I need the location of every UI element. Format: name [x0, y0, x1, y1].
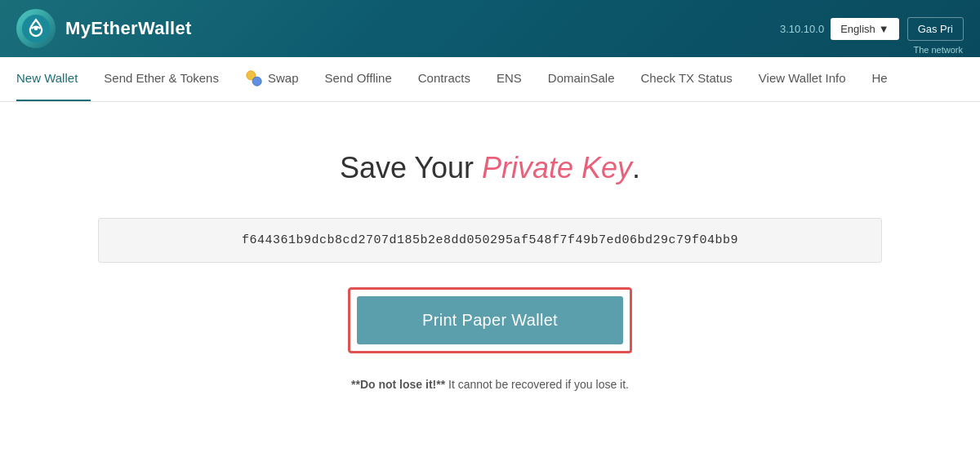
- private-key-display: f644361b9dcb8cd2707d185b2e8dd050295af548…: [98, 218, 882, 263]
- nav-item-domain-sale[interactable]: DomainSale: [535, 57, 628, 102]
- nav-item-contracts[interactable]: Contracts: [405, 57, 483, 102]
- app-title: MyEtherWallet: [65, 18, 192, 39]
- nav-label-contracts: Contracts: [418, 71, 470, 85]
- print-paper-wallet-button[interactable]: Print Paper Wallet: [357, 296, 623, 344]
- nav-label-domain-sale: DomainSale: [548, 71, 615, 85]
- warning-bold: **Do not lose it!**: [351, 378, 445, 391]
- nav-item-send-offline[interactable]: Send Offline: [311, 57, 404, 102]
- gas-price-button[interactable]: Gas Pri The network: [907, 17, 964, 41]
- nav-label-new-wallet: New Wallet: [16, 71, 78, 85]
- nav-label-swap: Swap: [268, 71, 299, 85]
- nav-label-view-wallet: View Wallet Info: [759, 71, 846, 85]
- print-button-label: Print Paper Wallet: [422, 311, 558, 329]
- network-label: The network: [913, 45, 963, 55]
- logo-container: MyEtherWallet: [16, 9, 780, 48]
- title-suffix: .: [632, 151, 640, 184]
- language-selector[interactable]: English ▼: [831, 18, 899, 40]
- svg-point-3: [252, 77, 261, 86]
- nav-item-ens[interactable]: ENS: [483, 57, 535, 102]
- chevron-down-icon: ▼: [879, 23, 889, 35]
- save-title: Save Your Private Key.: [340, 151, 640, 185]
- nav-item-swap[interactable]: Swap: [232, 57, 312, 102]
- main-content: Save Your Private Key. f644361b9dcb8cd27…: [0, 102, 980, 424]
- version-text: 3.10.10.0: [780, 23, 824, 35]
- nav-item-he[interactable]: He: [859, 57, 901, 102]
- svg-point-1: [34, 27, 38, 31]
- nav-label-send-offline: Send Offline: [324, 71, 391, 85]
- private-key-value: f644361b9dcb8cd2707d185b2e8dd050295af548…: [242, 233, 738, 247]
- nav-label-he: He: [872, 71, 888, 85]
- app-header: MyEtherWallet 3.10.10.0 English ▼ Gas Pr…: [0, 0, 980, 57]
- logo-icon: [16, 9, 56, 48]
- nav-label-check-tx: Check TX Status: [641, 71, 733, 85]
- title-highlight: Private Key: [482, 151, 632, 184]
- nav-label-send-ether: Send Ether & Tokens: [104, 71, 219, 85]
- nav-item-new-wallet[interactable]: New Wallet: [16, 57, 91, 102]
- nav-item-send-ether[interactable]: Send Ether & Tokens: [91, 57, 232, 102]
- title-prefix: Save Your: [340, 151, 482, 184]
- nav-item-view-wallet[interactable]: View Wallet Info: [746, 57, 859, 102]
- swap-icon: [245, 69, 263, 87]
- main-nav: New Wallet Send Ether & Tokens Swap Send…: [0, 57, 980, 102]
- header-right: 3.10.10.0 English ▼ Gas Pri The network: [780, 17, 964, 41]
- language-label: English: [840, 23, 875, 35]
- warning-message: **Do not lose it!** It cannot be recover…: [351, 378, 629, 391]
- warning-normal: It cannot be recovered if you lose it.: [445, 378, 629, 391]
- nav-item-check-tx[interactable]: Check TX Status: [628, 57, 746, 102]
- print-button-wrapper: Print Paper Wallet: [348, 287, 632, 353]
- gas-price-label: Gas Pri: [918, 23, 953, 35]
- nav-label-ens: ENS: [497, 71, 522, 85]
